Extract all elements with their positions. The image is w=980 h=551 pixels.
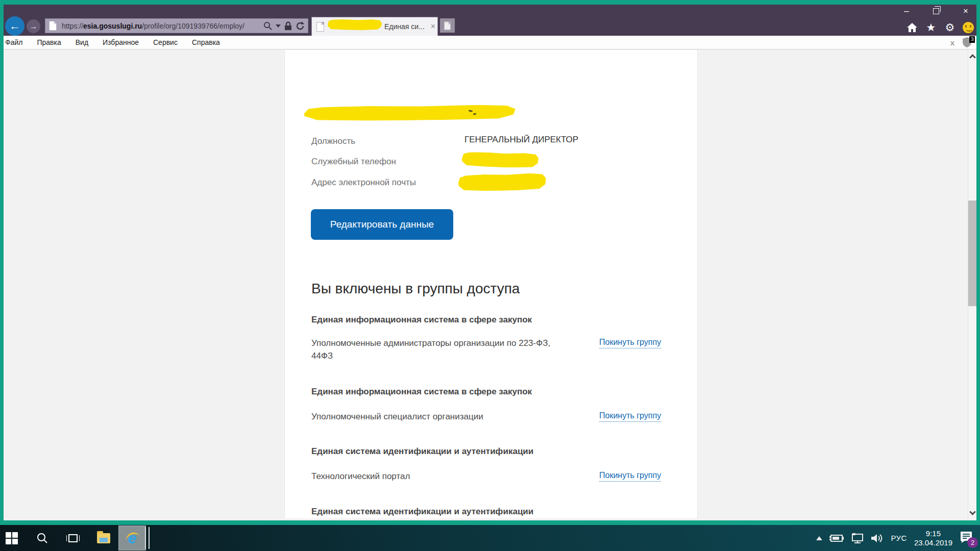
leave-group-link[interactable]: Покинуть группу — [599, 338, 661, 348]
window-controls: – × — [900, 6, 972, 16]
group-role-name: Уполномоченный специалист организации — [311, 410, 551, 423]
forward-arrow-icon: → — [30, 22, 38, 31]
menubar-right: x 3 — [950, 37, 980, 47]
taskbar: e — [0, 525, 980, 551]
feedback-smiley-icon[interactable] — [963, 22, 974, 33]
desktop-screen: – × ← → https://esia.gosuslugi.ru/profil… — [0, 0, 980, 551]
minimize-button[interactable]: – — [900, 6, 913, 16]
file-explorer-button[interactable] — [92, 525, 115, 551]
hidden-icons-chevron[interactable] — [816, 536, 822, 540]
menu-bar: Файл Правка Вид Избранное Сервис Справка… — [0, 36, 980, 49]
group-system-name: Единая информационная система в сфере за… — [311, 315, 532, 325]
extension-shield-icon[interactable]: 3 — [963, 37, 973, 47]
close-button[interactable]: × — [960, 6, 972, 16]
back-button[interactable]: ← — [5, 16, 24, 36]
url-domain: esia.gosuslugi.ru — [83, 22, 142, 30]
internet-explorer-button[interactable]: e — [118, 525, 146, 550]
task-view-icon — [66, 534, 80, 543]
battery-icon[interactable] — [829, 534, 844, 542]
internet-explorer-icon: e — [128, 531, 137, 546]
notification-badge: 2 — [967, 537, 978, 548]
url-text[interactable]: https://esia.gosuslugi.ru/profile/org/10… — [62, 22, 244, 30]
page-doc-icon — [49, 21, 57, 31]
tab-title: Единая си... — [384, 22, 425, 31]
group-system-name: Единая система идентификации и аутентифи… — [311, 507, 533, 517]
menu-help[interactable]: Справка — [185, 38, 227, 46]
task-view-button[interactable] — [61, 525, 85, 551]
system-tray: РУС 9:15 23.04.2019 2 — [816, 525, 980, 551]
search-icon[interactable] — [263, 21, 272, 30]
clock[interactable]: 9:15 23.04.2019 — [914, 529, 952, 547]
browser-action-icons: ★ ⚙ — [906, 21, 974, 34]
scrollbar-thumb[interactable] — [968, 201, 977, 306]
restore-button[interactable] — [930, 6, 942, 16]
tab-title-redaction — [328, 19, 382, 30]
home-icon[interactable] — [906, 21, 918, 34]
group-role-name: Уполномоченные администраторы организаци… — [311, 337, 551, 362]
forward-button[interactable]: → — [27, 19, 40, 33]
clock-date: 23.04.2019 — [914, 538, 952, 547]
new-tab-button[interactable] — [440, 18, 455, 33]
refresh-icon[interactable] — [296, 21, 305, 31]
group-system-name: Единая система идентификации и аутентифи… — [311, 446, 533, 457]
volume-icon[interactable] — [871, 533, 884, 543]
start-button[interactable] — [0, 525, 23, 551]
field-label-phone: Служебный телефон — [311, 157, 396, 167]
favorites-star-icon[interactable]: ★ — [925, 21, 937, 34]
email-redaction — [458, 173, 547, 192]
lock-icon — [284, 21, 292, 31]
field-value-position: ГЕНЕРАЛЬНЫЙ ДИРЕКТОР — [464, 135, 578, 145]
new-tab-icon — [444, 21, 451, 30]
scroll-up-icon[interactable] — [969, 54, 976, 61]
url-path: /profile/org/1091939766/employ/ — [142, 22, 244, 30]
url-scheme: https:// — [62, 22, 83, 30]
menu-edit[interactable]: Правка — [30, 38, 68, 46]
field-label-email: Адрес электронной почты — [311, 178, 416, 188]
edit-data-button[interactable]: Редактировать данные — [311, 209, 453, 240]
network-icon[interactable] — [851, 533, 864, 543]
chevron-up-icon — [816, 536, 822, 540]
language-indicator[interactable]: РУС — [891, 534, 907, 542]
chevron-down-icon[interactable] — [276, 24, 281, 28]
page-content: Должность ГЕНЕРАЛЬНЫЙ ДИРЕКТОР Служебный… — [0, 50, 980, 520]
menu-view[interactable]: Вид — [68, 38, 95, 46]
windows-logo-icon — [6, 532, 18, 544]
scroll-down-icon[interactable] — [969, 509, 976, 515]
leave-group-link[interactable]: Покинуть группу — [599, 471, 661, 482]
vertical-scrollbar[interactable] — [968, 50, 977, 520]
group-system-name: Единая информационная система в сфере за… — [311, 387, 532, 397]
clock-time: 9:15 — [914, 529, 952, 538]
menu-favorites[interactable]: Избранное — [95, 38, 146, 46]
action-center-button[interactable]: 2 — [960, 531, 975, 546]
taskbar-search-button[interactable] — [31, 525, 54, 551]
browser-titlebar: – × ← → https://esia.gosuslugi.ru/profil… — [0, 0, 980, 36]
group-role-name: Технологический портал — [311, 470, 551, 483]
phone-redaction — [462, 152, 539, 168]
folder-icon — [97, 533, 110, 543]
field-label-position: Должность — [311, 136, 355, 146]
menu-tools[interactable]: Сервис — [146, 38, 185, 46]
groups-heading: Вы включены в группы доступа — [311, 281, 520, 297]
back-arrow-icon: ← — [9, 19, 20, 33]
restore-icon — [933, 8, 939, 14]
tab-doc-icon — [316, 22, 324, 32]
browser-tab[interactable]: Единая си... × — [311, 17, 438, 36]
address-bar[interactable]: https://esia.gosuslugi.ru/profile/org/10… — [45, 18, 308, 33]
tab-close-icon[interactable]: × — [431, 22, 435, 31]
settings-gear-icon[interactable]: ⚙ — [944, 21, 956, 34]
extension-badge: 3 — [969, 36, 975, 43]
address-bar-icons — [263, 21, 308, 31]
menu-file[interactable]: Файл — [0, 38, 30, 46]
menubar-close-icon[interactable]: x — [950, 38, 954, 47]
search-icon — [37, 533, 48, 544]
leave-group-link[interactable]: Покинуть группу — [599, 411, 661, 422]
